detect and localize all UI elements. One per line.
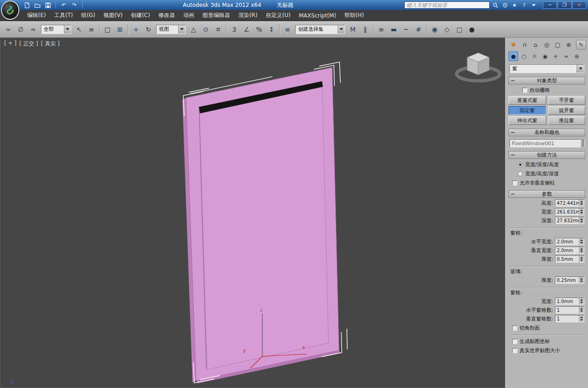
snaps-toggle-icon[interactable]: 3 [228,23,240,35]
bind-to-space-warp-icon[interactable]: ≈ [27,23,39,35]
viewcube[interactable] [457,53,500,81]
depth-spinner[interactable]: 27.632mm [555,217,584,224]
menu-maxscript[interactable]: MAXScript(M) [295,11,340,21]
rollout-collapse-icon[interactable]: − [509,191,516,197]
frame-vert-width-value[interactable]: 2.0mm [555,247,579,253]
maximize-button[interactable]: ❒ [558,1,571,9]
rectangular-selection-region-icon[interactable]: □ [102,23,113,35]
rollout-collapse-icon[interactable]: − [509,152,516,158]
viewport-shading-label[interactable]: [ 真实 ] [41,40,60,48]
open-file-icon[interactable] [33,1,42,9]
spinner-arrows-icon[interactable] [579,217,584,224]
align-icon[interactable]: ∥ [359,23,371,35]
object-name-field[interactable] [509,139,581,147]
horiz-panel-count-value[interactable]: 1 [555,307,579,313]
menu-customize[interactable]: 自定义(U) [261,10,294,21]
spinner-snap-toggle-icon[interactable]: ↕ [266,23,277,35]
unlink-selection-icon[interactable]: ∅ [15,23,27,35]
non-vertical-jambs-checkbox[interactable] [512,180,517,186]
viewport-canvas[interactable]: z x y [0,38,506,388]
percent-snap-toggle-icon[interactable]: % [253,23,265,35]
lights-category-icon[interactable]: ☼ [530,51,539,61]
spinner-arrows-icon[interactable] [579,238,584,245]
dropdown-arrow-icon[interactable] [64,25,71,34]
casement-window-button[interactable]: 平开窗 [548,96,586,105]
frame-horiz-width-value[interactable]: 2.0mm [555,238,579,245]
generate-mapping-coords-checkbox[interactable] [512,339,517,344]
radio-width-depth-height[interactable] [518,162,523,167]
object-color-swatch[interactable] [582,139,584,147]
save-file-icon[interactable] [43,1,52,9]
rollout-creation-method[interactable]: − 创建方法 [509,151,585,159]
spinner-arrows-icon[interactable] [579,315,584,322]
viewport-menu-plus[interactable]: [ + ] [4,40,17,48]
angle-snap-toggle-icon[interactable]: ∠ [241,23,253,35]
spinner-arrows-icon[interactable] [579,298,584,304]
application-menu-button[interactable] [1,0,19,20]
select-and-manipulate-icon[interactable]: ¤ [212,23,224,35]
redo-icon[interactable]: ↷ [70,1,79,9]
cameras-category-icon[interactable]: ◉ [540,51,550,61]
vert-panel-count-value[interactable]: 1 [555,315,579,322]
menu-edit[interactable]: 编辑(E) [23,10,50,21]
spinner-arrows-icon[interactable] [579,277,584,283]
sliding-window-button[interactable]: 推拉窗 [548,116,586,125]
radio-width-height-depth[interactable] [518,171,523,176]
spinner-arrows-icon[interactable] [579,307,584,313]
systems-category-icon[interactable]: ⊛ [572,51,582,61]
projected-window-button[interactable]: 伸出式窗 [509,116,546,125]
fixed-window-button[interactable]: 固定窗 [509,106,546,115]
help-dropdown-arrow-icon[interactable] [530,1,538,9]
rollout-object-type[interactable]: − 对象类型 [509,77,585,84]
width-spinner[interactable]: 261.631m [555,208,584,215]
object-category-dropdown[interactable]: 窗 [509,64,584,73]
window-crossing-toggle-icon[interactable]: ⊞ [114,23,126,35]
shapes-category-icon[interactable]: ○ [519,51,529,61]
communication-center-icon[interactable] [501,1,509,9]
curve-editor-icon[interactable]: ~ [400,23,412,35]
height-spinner[interactable]: 472.441m [555,199,584,207]
geometry-category-icon[interactable]: ● [509,51,518,61]
spinner-arrows-icon[interactable] [579,256,584,262]
autogrid-checkbox[interactable] [522,88,527,93]
select-object-icon[interactable]: ↖ [73,23,85,35]
menu-help[interactable]: 帮助(H) [340,10,368,21]
rendered-frame-window-icon[interactable]: □ [453,23,465,35]
edit-named-selection-sets-icon[interactable]: ≡ [282,23,294,35]
graphite-ribbon-toggle-icon[interactable]: ▬ [388,23,400,35]
display-tab-icon[interactable]: ▢ [553,40,563,50]
space-warps-category-icon[interactable]: ≈ [561,51,571,61]
rails-width-value[interactable]: 1.0mm [555,298,579,304]
chamfered-profile-checkbox[interactable] [512,326,517,331]
select-and-link-icon[interactable]: ∞ [2,23,14,35]
width-value[interactable]: 261.631m [555,208,579,215]
frame-horiz-width-spinner[interactable]: 2.0mm [555,238,584,245]
frame-thickness-value[interactable]: 0.5mm [555,256,579,262]
help-icon[interactable]: ? [520,1,528,9]
dropdown-arrow-icon[interactable] [178,25,185,34]
favorites-star-icon[interactable]: ★ [510,1,519,9]
hierarchy-tab-icon[interactable]: ⌂ [531,40,541,50]
close-button[interactable]: ✕ [572,1,586,9]
reference-coordinate-dropdown[interactable]: 视图 [156,25,186,34]
rails-width-spinner[interactable]: 1.0mm [555,298,584,305]
menu-animation[interactable]: 动画 [179,10,198,21]
frame-thickness-spinner[interactable]: 0.5mm [555,255,584,263]
render-production-icon[interactable]: ● [466,23,478,35]
vert-panel-count-spinner[interactable]: 1 [555,315,584,322]
minimize-button[interactable]: ─ [543,1,557,9]
schematic-view-icon[interactable]: # [413,23,424,35]
rollout-name-color[interactable]: − 名称和颜色 [509,129,585,136]
named-selection-sets-dropdown[interactable]: 创建选择集 [295,25,345,34]
utilities-tab-icon[interactable]: ⊕ [564,40,574,50]
menu-graph-editors[interactable]: 图形编辑器 [198,10,234,21]
create-tab-icon[interactable]: ✱ [509,40,519,50]
menu-group[interactable]: 组(G) [77,10,100,21]
use-pivot-center-icon[interactable]: ⊙ [200,23,212,35]
motion-tab-icon[interactable]: ◎ [542,40,552,50]
menu-create[interactable]: 创建(C) [127,10,154,21]
mirror-icon[interactable]: M [347,23,359,35]
rollout-parameters[interactable]: − 参数 [509,190,585,198]
render-setup-icon[interactable]: ◇ [441,23,453,35]
viewport-view-label[interactable]: [ 正交 ] [19,40,38,48]
